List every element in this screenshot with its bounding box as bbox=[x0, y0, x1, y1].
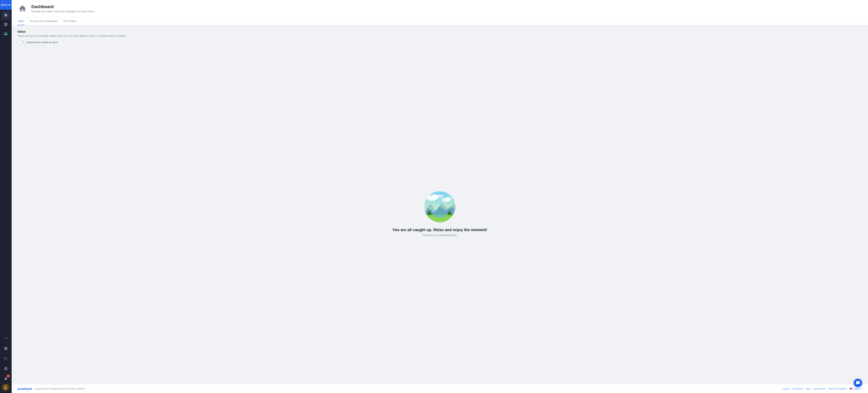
sidebar-bottom: 1 bbox=[2, 334, 10, 393]
page-title: Dashboard bbox=[31, 4, 95, 9]
svg-point-12 bbox=[433, 215, 446, 218]
footer-link-terms[interactable]: Terms & Conditions bbox=[828, 388, 847, 390]
chat-support-button[interactable] bbox=[854, 379, 862, 387]
chevron-down-icon: ▾ bbox=[861, 387, 862, 390]
sidebar-item-users[interactable] bbox=[2, 29, 10, 38]
footer-copyright: Copyright 2019, PeopleGoal.com. All righ… bbox=[35, 388, 85, 390]
sidebar-logo[interactable]: QUALCO bbox=[0, 0, 11, 10]
sidebar-item-search[interactable] bbox=[2, 354, 10, 363]
toggle-knob bbox=[18, 41, 21, 44]
dashboard-icon bbox=[18, 3, 28, 13]
footer-brand: peoplegoal Copyright 2019, PeopleGoal.co… bbox=[18, 387, 85, 390]
section-description: These are items that currently require a… bbox=[18, 35, 862, 37]
footer-link-blog[interactable]: Blog bbox=[806, 388, 810, 390]
language-label: English bbox=[853, 388, 860, 390]
section-title: Inbox bbox=[18, 30, 862, 33]
avatar-image bbox=[2, 384, 9, 391]
language-selector[interactable]: 🇬🇧 English ▾ bbox=[849, 387, 862, 390]
footer: peoplegoal Copyright 2019, PeopleGoal.co… bbox=[11, 384, 868, 393]
sidebar: QUALCO bbox=[0, 0, 11, 393]
page-subtitle: Manage your inbox, view your colleague a… bbox=[31, 10, 95, 13]
sidebar-item-home[interactable] bbox=[2, 11, 10, 19]
sidebar-item-analytics[interactable] bbox=[2, 334, 10, 343]
tab-colleagues[interactable]: You and Your Colleagues bbox=[29, 17, 58, 25]
tabs-bar: Inbox You and Your Colleagues Your Teams bbox=[11, 17, 868, 25]
footer-link-developers[interactable]: Developers bbox=[793, 388, 804, 390]
sidebar-item-settings[interactable] bbox=[2, 364, 10, 373]
sidebar-item-reports[interactable] bbox=[2, 344, 10, 353]
toggle-label: Include items marked as 'done' bbox=[26, 41, 58, 44]
notification-wrapper: 1 bbox=[2, 374, 10, 383]
tab-inbox[interactable]: Inbox bbox=[18, 17, 24, 25]
empty-state: You are all caught up. Relax and enjoy t… bbox=[18, 48, 862, 380]
toggle-row: Include items marked as 'done' bbox=[18, 40, 862, 44]
header-text: Dashboard Manage your inbox, view your c… bbox=[31, 4, 95, 13]
page-header: Dashboard Manage your inbox, view your c… bbox=[11, 0, 868, 17]
footer-links: Support Developers Blog Communities Term… bbox=[782, 387, 862, 390]
main-content: Dashboard Manage your inbox, view your c… bbox=[11, 0, 868, 393]
landscape-image bbox=[424, 191, 455, 222]
tab-teams[interactable]: Your Teams bbox=[63, 17, 76, 25]
sidebar-item-grid[interactable] bbox=[2, 20, 10, 29]
svg-point-7 bbox=[436, 195, 443, 198]
content-area: Inbox These are items that currently req… bbox=[11, 25, 868, 384]
user-avatar[interactable] bbox=[2, 384, 9, 391]
notification-badge: 1 bbox=[7, 374, 10, 378]
footer-logo: peoplegoal bbox=[18, 387, 32, 390]
empty-state-title: You are all caught up. Relax and enjoy t… bbox=[392, 228, 487, 232]
footer-link-communities[interactable]: Communities bbox=[813, 388, 826, 390]
flag-icon: 🇬🇧 bbox=[849, 387, 852, 390]
done-toggle[interactable] bbox=[18, 40, 24, 44]
svg-point-6 bbox=[445, 197, 452, 201]
footer-link-support[interactable]: Support bbox=[782, 388, 790, 390]
empty-state-subtitle: You have no outstanding tasks. bbox=[423, 234, 457, 236]
